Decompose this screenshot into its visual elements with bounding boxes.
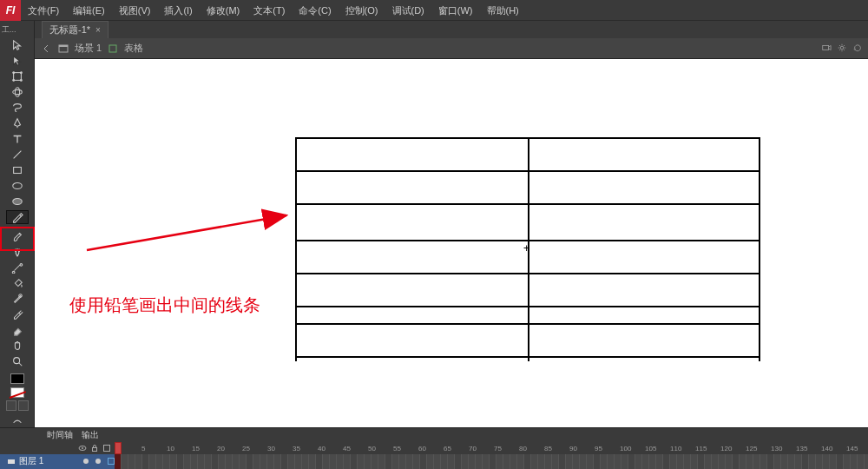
tools-panel-label: 工... xyxy=(0,24,16,36)
oval-tool[interactable] xyxy=(6,179,29,193)
svg-rect-13 xyxy=(59,45,68,47)
gear-icon[interactable] xyxy=(837,43,847,55)
stroke-color-swatch[interactable] xyxy=(6,373,29,385)
output-tab[interactable]: 输出 xyxy=(82,429,99,441)
svg-text:85: 85 xyxy=(544,445,552,452)
rectangle-primitive-tool[interactable] xyxy=(6,195,29,208)
breadcrumb-symbol[interactable]: 表格 xyxy=(124,42,143,55)
color-option-2[interactable] xyxy=(18,400,29,411)
svg-text:70: 70 xyxy=(469,445,477,452)
lasso-tool[interactable] xyxy=(6,101,29,115)
eraser-tool[interactable] xyxy=(6,323,29,337)
menu-modify[interactable]: 修改(M) xyxy=(200,0,247,21)
menu-file[interactable]: 文件(F) xyxy=(21,0,66,21)
menu-debug[interactable]: 调试(D) xyxy=(385,0,431,21)
free-transform-tool[interactable] xyxy=(6,69,29,83)
svg-rect-21 xyxy=(104,445,110,451)
menu-view[interactable]: 视图(V) xyxy=(112,0,158,21)
loop-icon[interactable] xyxy=(852,43,863,55)
close-icon[interactable]: × xyxy=(95,25,101,35)
svg-text:10: 10 xyxy=(167,445,174,452)
layer-outline-box[interactable] xyxy=(108,458,115,465)
layer-lock-dot[interactable] xyxy=(95,459,101,464)
breadcrumb-scene[interactable]: 场景 1 xyxy=(75,42,102,55)
svg-text:30: 30 xyxy=(267,445,275,452)
layer-row[interactable]: 图层 1 xyxy=(0,454,115,469)
svg-point-2 xyxy=(20,72,22,74)
menu-control[interactable]: 控制(O) xyxy=(339,0,385,21)
timeline-tab[interactable]: 时间轴 xyxy=(47,429,73,441)
rectangle-tool[interactable] xyxy=(6,163,29,177)
line-tool[interactable] xyxy=(6,148,29,162)
svg-text:40: 40 xyxy=(318,445,326,452)
svg-text:95: 95 xyxy=(595,445,602,452)
menu-help[interactable]: 帮助(H) xyxy=(480,0,526,21)
svg-line-17 xyxy=(87,215,286,250)
svg-text:140: 140 xyxy=(821,445,833,452)
color-option-1[interactable] xyxy=(6,400,16,411)
registration-crosshair: + xyxy=(523,242,529,254)
bottom-panel: 时间轴 输出 151015202530354045505560657075808… xyxy=(0,427,868,469)
bone-tool[interactable] xyxy=(6,261,29,274)
lock-icon[interactable] xyxy=(90,444,99,452)
svg-point-3 xyxy=(12,80,14,82)
svg-rect-15 xyxy=(823,45,829,50)
playhead-marker[interactable] xyxy=(115,442,122,454)
camera-icon[interactable] xyxy=(821,43,832,55)
paint-bucket-tool[interactable] xyxy=(6,276,29,290)
eyedropper-tool[interactable] xyxy=(6,307,29,321)
fill-color-swatch[interactable] xyxy=(6,386,29,399)
text-tool[interactable] xyxy=(6,132,29,146)
panel-tabs: 时间轴 输出 xyxy=(0,428,868,442)
document-tabbar: 无标题-1* × xyxy=(35,21,868,38)
hand-tool[interactable] xyxy=(6,339,29,353)
zoom-tool[interactable] xyxy=(6,354,29,368)
svg-text:120: 120 xyxy=(720,445,733,452)
svg-rect-20 xyxy=(93,447,97,451)
deco-tool[interactable] xyxy=(6,245,29,259)
svg-text:60: 60 xyxy=(418,445,426,452)
tools-panel: 工... xyxy=(0,21,35,427)
3d-rotation-tool[interactable] xyxy=(6,85,29,99)
svg-text:35: 35 xyxy=(293,445,300,452)
brush-tool[interactable] xyxy=(6,229,29,243)
eye-icon[interactable] xyxy=(78,444,87,452)
menu-text[interactable]: 文本(T) xyxy=(247,0,292,21)
svg-point-8 xyxy=(12,183,22,189)
svg-text:105: 105 xyxy=(645,445,657,452)
annotation-arrow xyxy=(69,172,295,259)
svg-text:80: 80 xyxy=(519,445,527,452)
svg-text:90: 90 xyxy=(569,445,577,452)
svg-text:130: 130 xyxy=(771,445,783,452)
menubar: Fl 文件(F) 编辑(E) 视图(V) 插入(I) 修改(M) 文本(T) 命… xyxy=(0,0,868,21)
subselection-tool[interactable] xyxy=(6,54,29,68)
pencil-mode-option[interactable] xyxy=(6,414,29,428)
svg-text:25: 25 xyxy=(242,445,250,452)
workarea: 无标题-1* × 场景 1 表格 xyxy=(35,21,868,427)
document-tab[interactable]: 无标题-1* × xyxy=(42,21,108,38)
selection-tool[interactable] xyxy=(6,38,29,52)
svg-point-4 xyxy=(20,80,22,82)
pencil-tool[interactable] xyxy=(6,210,29,224)
pen-tool[interactable] xyxy=(6,116,29,130)
ink-bottle-tool[interactable] xyxy=(6,292,29,306)
svg-point-1 xyxy=(12,72,14,74)
timeline-frames[interactable] xyxy=(115,454,868,469)
layer-icon xyxy=(7,457,16,466)
layer-controls xyxy=(0,442,115,454)
outline-icon[interactable] xyxy=(102,444,111,452)
layer-name-label: 图层 1 xyxy=(19,455,43,467)
back-icon[interactable] xyxy=(40,43,52,55)
svg-text:55: 55 xyxy=(393,445,401,452)
menu-commands[interactable]: 命令(C) xyxy=(292,0,338,21)
stage[interactable]: + 使用铅笔画出中间的线条 xyxy=(35,59,868,427)
svg-text:75: 75 xyxy=(494,445,502,452)
menu-window[interactable]: 窗口(W) xyxy=(431,0,480,21)
menu-edit[interactable]: 编辑(E) xyxy=(66,0,112,21)
timeline-ruler[interactable]: 1510152025303540455055606570758085909510… xyxy=(115,442,868,454)
layer-vis-dot[interactable] xyxy=(83,459,89,464)
menu-insert[interactable]: 插入(I) xyxy=(157,0,199,21)
svg-point-6 xyxy=(15,88,19,97)
svg-point-16 xyxy=(840,46,843,49)
svg-text:50: 50 xyxy=(368,445,376,452)
